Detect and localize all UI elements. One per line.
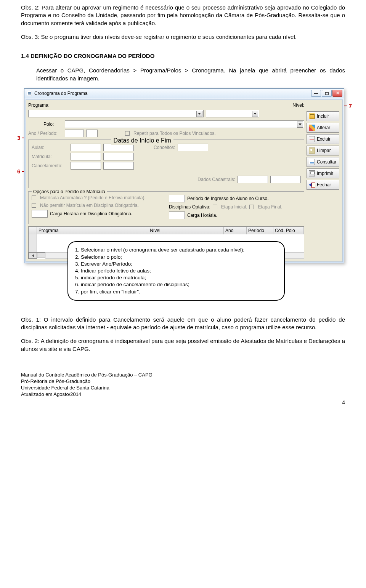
callout-7: 7 [349,102,352,110]
carga-input[interactable] [169,211,185,219]
optativas-label: Disciplinas Optativa: [169,204,210,210]
aulas-fim-input[interactable] [103,144,134,151]
excluir-button[interactable]: Excluir [307,134,339,144]
ingresso-label: Período de Ingresso do Aluno no Curso. [187,195,268,202]
instruction-4: 4. Indicar período letivo de aulas; [75,268,277,274]
alterar-button[interactable]: Alterar [307,123,339,133]
col-ano: Ano [224,227,247,234]
obs3-paragraph: Obs. 3: Se o programa tiver dois níveis … [21,33,345,41]
footer-l2: Pró-Reitoria de Pós-Graduação [21,378,345,385]
carga-obrig-label: Carga Horária em Disciplina Obrigatória. [50,211,132,217]
matricula-label: Matrícula: [32,154,68,160]
screenshot-figure: 1 7 2 3 4 5 6 Cronograma do Programa ✕ I… [21,88,345,301]
periodo-input[interactable] [86,130,98,137]
callout-3: 3 [17,134,20,142]
naopermitir-checkbox[interactable] [32,203,36,208]
matricula-fim-input[interactable] [103,153,134,160]
alterar-icon [309,125,315,131]
auto-checkbox[interactable] [32,195,36,200]
repetir-checkbox[interactable] [125,131,130,136]
opcoes-groupbox: Opções para o Pedido de Matrícula Matríc… [28,191,304,224]
etapa-final-label: Etapa Final. [258,204,282,210]
auto-label: Matrícula Automática ? (Pedido e Efetiva… [40,195,146,201]
instruction-3: 3. Escrever Ano/Período; [75,261,277,268]
excluir-icon [309,136,315,142]
nivel-label: Nível: [292,102,304,108]
cancelamento-label: Cancelamento: [32,163,68,169]
incluir-icon [309,113,315,119]
footer: Manual do Controle Acadêmico de Pós-Grad… [21,372,345,406]
cancel-fim-input[interactable] [103,162,134,170]
nivel-combo[interactable] [206,110,259,117]
cancel-ini-input[interactable] [71,162,101,170]
aulas-label: Aulas: [32,144,68,151]
naopermitir-label: Não permitir Matrícula em Disciplina Obr… [40,202,139,208]
minimize-button[interactable] [311,90,321,97]
section-body: Acessar o CAPG, Coordenadorias > Program… [36,67,345,82]
section-title: 1.4 DEFINIÇÃO DO CRONOGRAMA DO PERÍODO [21,52,345,60]
scroll-left-icon[interactable] [29,252,37,259]
obs2-final: Obs. 2: A definição de cronograma é indi… [21,337,345,353]
programa-label: Programa: [28,102,53,108]
fechar-icon [309,182,315,188]
obs2-paragraph: Obs. 2: Para alterar ou aprovar um regim… [21,4,345,27]
instruction-box: 1. Selecionar o nível (o cronograma deve… [67,241,285,301]
ano-input[interactable] [65,130,84,137]
etapa-final-checkbox[interactable] [249,205,254,209]
conceitos-input[interactable] [178,144,208,151]
carga-label: Carga Horária. [187,212,217,218]
instruction-6: 6. indicar período de cancelamento de di… [75,281,277,288]
form-icon [27,91,32,96]
incluir-button[interactable]: Incluir [307,111,339,121]
instruction-1: 1. Selecionar o nível (o cronograma deve… [75,247,277,253]
polo-label: Polo: [43,121,63,127]
imprimir-button[interactable]: Imprimir [307,168,339,178]
close-button[interactable]: ✕ [332,90,342,97]
datas-legend: Datas de Início e Fim [111,136,173,145]
col-periodo: Período [247,227,273,234]
cadastrais-fim-input[interactable] [270,176,301,183]
maximize-button[interactable] [322,90,332,97]
consultar-button[interactable]: Consultar [307,157,339,167]
cadastrais-ini-input[interactable] [238,176,268,183]
callout-6: 6 [17,168,20,175]
imprimir-icon [309,170,315,176]
page-number: 4 [21,399,345,406]
window-title: Cronograma do Programa [34,90,87,96]
opcoes-legend: Opções para o Pedido de Matrícula [32,189,107,195]
consultar-icon [309,159,315,165]
obs1-final: Obs. 1: O intervalo definido para Cancel… [21,316,345,332]
dialog-window: Cronograma do Programa ✕ Incluir Alterar… [24,88,344,264]
titlebar: Cronograma do Programa ✕ [24,89,344,98]
etapa-inicial-label: Etapa Inicial. [221,204,247,210]
col-programa: Programa [37,227,148,234]
conceitos-label: Conceitos: [154,144,175,151]
footer-l1: Manual do Controle Acadêmico de Pós-Grad… [21,372,345,378]
fechar-button[interactable]: Fechar [307,180,339,190]
repetir-label: Repetir para Todos os Polos Vinculados. [133,130,216,136]
etapa-inicial-checkbox[interactable] [213,205,217,209]
limpar-icon [309,147,315,154]
instruction-7: 7. por fim, clicar em "Incluir". [75,288,277,295]
anoperiodo-label: Ano / Período: [28,130,63,136]
polo-combo[interactable] [65,120,304,128]
matricula-ini-input[interactable] [71,153,101,160]
aulas-ini-input[interactable] [71,144,101,151]
footer-l3: Universidade Federal de Santa Catarina [21,385,345,391]
col-codpolo: Cód. Polo [273,227,304,234]
col-nivel: Nível [148,227,224,234]
datas-groupbox: Datas de Início e Fim Aulas: Conceitos: … [28,139,304,188]
programa-combo[interactable] [28,110,204,117]
carga-obrig-input[interactable] [32,210,48,218]
ingresso-input[interactable] [169,195,185,202]
instruction-2: 2. Selecionar o polo; [75,254,277,261]
footer-l4: Atualizado em Agosto/2014 [21,391,345,398]
instruction-5: 5. indicar período de matrícula; [75,274,277,281]
cadastrais-label: Dados Cadastrais: [197,176,235,183]
limpar-button[interactable]: Limpar [307,146,339,155]
